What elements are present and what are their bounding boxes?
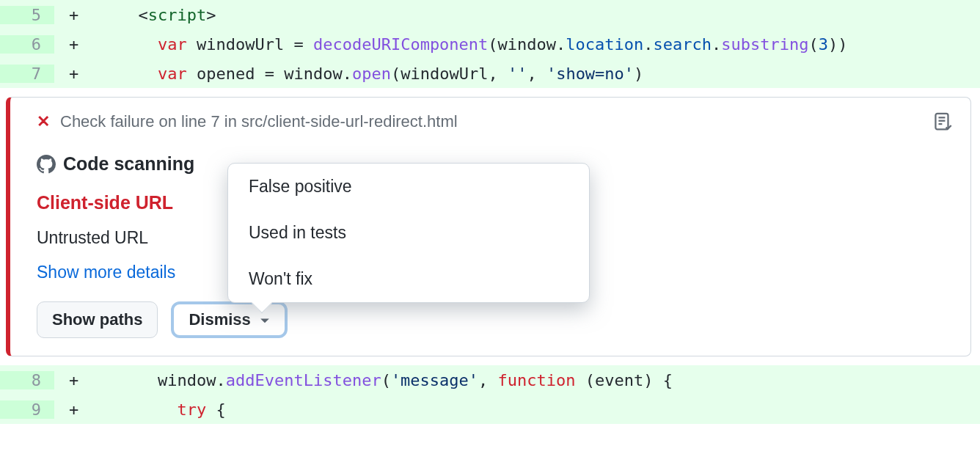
line-number: 7 [0, 65, 54, 83]
show-paths-label: Show paths [52, 310, 142, 329]
dismiss-option[interactable]: False positive [228, 164, 589, 210]
diff-addition-marker: + [54, 400, 119, 419]
line-number: 5 [0, 6, 54, 24]
section-title: Code scanning [63, 153, 194, 175]
code-content: var windowUrl = decodeURIComponent(windo… [119, 35, 848, 54]
diff-addition-marker: + [54, 371, 119, 389]
code-line: 9+ try { [0, 395, 980, 424]
code-scanning-alert: ✕ Check failure on line 7 in src/client-… [6, 97, 971, 356]
show-paths-button[interactable]: Show paths [37, 301, 158, 338]
checklist-icon[interactable] [934, 112, 953, 134]
dismiss-popover: False positiveUsed in testsWon't fix [227, 163, 590, 303]
diff-addition-marker: + [54, 65, 119, 83]
diff-addition-marker: + [54, 6, 119, 24]
code-content: try { [119, 400, 226, 419]
dismiss-option[interactable]: Used in tests [228, 210, 589, 256]
github-icon [37, 155, 56, 174]
close-icon[interactable]: ✕ [37, 114, 50, 130]
line-number: 8 [0, 371, 54, 389]
check-failure-text: Check failure on line 7 in src/client-si… [60, 112, 458, 131]
code-content: var opened = window.open(windowUrl, '', … [119, 65, 643, 83]
code-content: <script> [119, 6, 216, 24]
dismiss-option[interactable]: Won't fix [228, 256, 589, 302]
dismiss-label: Dismiss [189, 310, 250, 329]
code-line: 7+ var opened = window.open(windowUrl, '… [0, 59, 980, 88]
code-line: 5+ <script> [0, 0, 980, 29]
code-line: 8+ window.addEventListener('message', fu… [0, 365, 980, 395]
dismiss-button[interactable]: Dismiss [171, 301, 287, 338]
show-more-details-link[interactable]: Show more details [37, 263, 175, 282]
line-number: 9 [0, 400, 54, 419]
diff-addition-marker: + [54, 35, 119, 54]
line-number: 6 [0, 35, 54, 54]
code-content: window.addEventListener('message', funct… [119, 371, 673, 389]
code-line: 6+ var windowUrl = decodeURIComponent(wi… [0, 29, 980, 59]
